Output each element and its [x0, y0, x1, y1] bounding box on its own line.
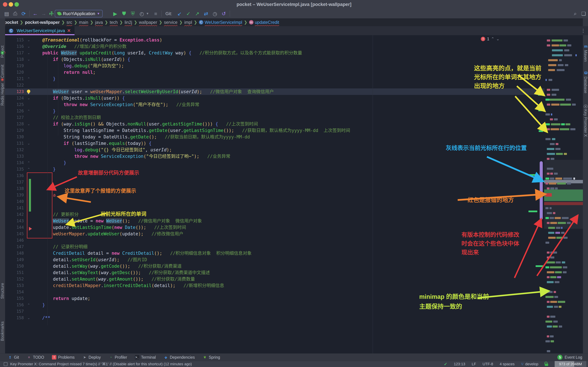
fold-icon[interactable]: ⌃	[26, 166, 31, 172]
sidebar-item-redis-helper[interactable]: Redis Helper	[0, 83, 5, 106]
code-row-126[interactable]: 126⌃ }	[5, 108, 583, 114]
code-row-155[interactable]: 155 return update;	[5, 295, 583, 302]
breadcrumb-item-main[interactable]: main	[79, 20, 88, 25]
fold-icon[interactable]: ⌄	[26, 37, 31, 43]
close-icon[interactable]: ✕	[67, 28, 71, 33]
toolwindow-button-dependencies[interactable]: ⬙Dependencies	[164, 355, 195, 360]
inspections-widget[interactable]: !1⌃⌄	[481, 37, 500, 41]
toolwindow-button-terminal[interactable]: >_Terminal	[135, 355, 156, 360]
code-row-127[interactable]: 127 // 校验上次的签到日期	[5, 114, 583, 121]
toolwindow-button-git[interactable]: ↥Git	[8, 355, 19, 360]
tab-options-icon[interactable]: ⋮	[581, 28, 586, 33]
toolwindow-button-deploy[interactable]: ➤Deploy	[83, 355, 101, 360]
sidebar-item-maven[interactable]: Maven	[583, 50, 588, 62]
code-row-142[interactable]: 142 // 更新积分	[5, 211, 583, 218]
sidebar-item-key-promoter-x[interactable]: Key Promoter X	[583, 109, 588, 137]
toolwindow-button-profiler[interactable]: ◔Profiler	[109, 355, 127, 360]
git-history-icon[interactable]: ◷	[211, 9, 219, 18]
minimap[interactable]	[544, 35, 583, 353]
breadcrumb-item-java[interactable]: java	[95, 20, 103, 25]
fold-icon[interactable]: ⌄	[26, 50, 31, 56]
intention-bulb-icon[interactable]	[27, 90, 30, 93]
code-row-156[interactable]: 156⌃ }	[5, 302, 583, 308]
fold-icon[interactable]: ⌃	[26, 159, 31, 166]
line-separator[interactable]: LF	[472, 362, 476, 366]
memory-indicator[interactable]: 973 of 2048M	[555, 361, 586, 367]
sync-icon[interactable]: ⟳	[19, 9, 28, 18]
code-row-125[interactable]: 125 throw new ServiceException("用户不存在");…	[5, 101, 583, 108]
code-row-154[interactable]: 154	[5, 289, 583, 295]
code-row-134[interactable]: 134⌃ }	[5, 159, 583, 166]
code-row-130[interactable]: 130 String today = DateUtils.getDate(); …	[5, 134, 583, 140]
debug-icon[interactable]: ⛊	[120, 9, 128, 18]
toolwindow-button-problems[interactable]: !Problems	[52, 355, 75, 360]
fold-icon[interactable]: ⌄	[26, 140, 31, 147]
breadcrumb-item-pocket[interactable]: pocket	[4, 20, 18, 25]
file-encoding[interactable]: UTF-8	[482, 362, 493, 366]
code-row-124[interactable]: 124⌄ if (Objects.isNull(user)) {	[5, 95, 583, 101]
fold-icon[interactable]: ⌃	[26, 75, 31, 82]
git-branch-widget[interactable]: ⑂ develop	[521, 362, 538, 367]
code-row-152[interactable]: 152 detail.setAmount(way.getAmount()); /…	[5, 276, 583, 282]
back-icon[interactable]: ←	[31, 9, 40, 18]
git-commit-icon[interactable]: ✓	[184, 9, 193, 18]
code-row-143[interactable]: 143 WeUser update = new WeUser(); //微信用户…	[5, 218, 583, 224]
code-row-144[interactable]: 144 update.setLastSignTime(new Date()); …	[5, 224, 583, 231]
tab-weuserserviceimpl[interactable]: C WeUserServiceImpl.java ✕	[5, 26, 75, 35]
breadcrumb-item-weuserserviceimpl[interactable]: CWeUserServiceImpl	[199, 20, 242, 25]
toolwindow-button-todo[interactable]: ≡TODO	[27, 355, 44, 360]
open-folder-icon[interactable]: ▤	[2, 9, 11, 18]
code-row-118[interactable]: 118⌄ if (Objects.isNull(userId)) {	[5, 56, 583, 63]
save-icon[interactable]: ⎙	[11, 9, 19, 18]
sidebar-item-bookmarks[interactable]: Bookmarks	[0, 321, 5, 341]
git-rollback-icon[interactable]: ↺	[219, 9, 228, 18]
git-update-icon[interactable]: ↙	[175, 9, 184, 18]
code-row-117[interactable]: 117⌄o↑ public WeUser updateCredit(Long u…	[5, 50, 583, 56]
code-row-129[interactable]: 129 String lastSignTime = DateUtils.getD…	[5, 127, 583, 134]
breadcrumb-item-lin2j[interactable]: lin2j	[125, 20, 132, 25]
breadcrumb-item-src[interactable]: src	[67, 20, 72, 25]
run-configuration-select[interactable]: RuoYiApplication ▼	[55, 10, 103, 17]
next-error-icon[interactable]: ⌄	[496, 37, 500, 41]
overriding-method-icon[interactable]: o	[1, 51, 4, 54]
breadcrumb-item-updatecredit[interactable]: mupdateCredit	[249, 20, 279, 25]
fold-icon[interactable]: ⌄	[26, 95, 31, 101]
code-row-158[interactable]: 158⌄ /**	[5, 315, 583, 321]
code-row-137[interactable]: 137	[5, 179, 583, 185]
sidebar-item-structure[interactable]: Structure	[0, 283, 5, 299]
code-row-150[interactable]: 150 detail.setWay(way.getCode()); //积分获取…	[5, 263, 583, 269]
caret-position[interactable]: 123:13	[454, 362, 465, 366]
code-row-116[interactable]: 116⌄ @Override //增加/减少用户的积分数	[5, 43, 583, 50]
code-row-141[interactable]: 141	[5, 205, 583, 211]
fold-icon[interactable]: ⌄	[26, 121, 31, 127]
git-diff-icon[interactable]: ⇄	[202, 9, 210, 18]
code-row-151[interactable]: 151 detail.setWayText(way.getDesc()); //…	[5, 269, 583, 276]
fold-icon[interactable]: ⌄	[26, 43, 31, 50]
run-more-chevron-icon[interactable]: ▼	[145, 9, 150, 18]
prev-error-icon[interactable]: ⌃	[491, 37, 495, 41]
breadcrumb-item-impl[interactable]: impl	[184, 20, 192, 25]
fold-icon[interactable]: ⌃	[26, 108, 31, 114]
breadcrumb-item-tech[interactable]: tech	[110, 20, 118, 25]
indent-setting[interactable]: 4 spaces	[500, 362, 514, 366]
sidebar-item-commit[interactable]: Commit	[0, 65, 5, 78]
sidebar-item-database[interactable]: Database	[583, 76, 588, 93]
code-row-133[interactable]: 133 throw new ServiceException("今日已经签到过了…	[5, 153, 583, 159]
event-log-button[interactable]: 5Event Log	[557, 355, 582, 360]
code-row-157[interactable]: 157	[5, 308, 583, 315]
profile-icon[interactable]: ◴	[137, 9, 146, 18]
git-push-icon[interactable]: ↗	[193, 9, 202, 18]
toolwindow-button-spring[interactable]: ❦Spring	[203, 355, 220, 360]
code-row-149[interactable]: 149 detail.setUserId(userId); //图片ID	[5, 257, 583, 263]
coverage-icon[interactable]: ⛨	[129, 9, 137, 18]
fold-icon[interactable]: ⌄	[26, 315, 31, 321]
breadcrumb-item-pocket-wallpaper[interactable]: pocket-wallpaper	[25, 20, 60, 25]
breadcrumb-item-service[interactable]: service	[164, 20, 177, 25]
run-icon[interactable]: ▶	[111, 9, 119, 18]
fold-icon[interactable]: ⌄	[26, 56, 31, 63]
fold-icon[interactable]: ⌃	[26, 302, 31, 308]
unlocked-icon[interactable]	[545, 364, 548, 366]
code-row-128[interactable]: 128⌄ if (way.isSign() && Objects.nonNull…	[5, 121, 583, 127]
breadcrumb-item-wallpaper[interactable]: wallpaper	[139, 20, 157, 25]
search-icon[interactable]: ⌕	[571, 9, 580, 18]
